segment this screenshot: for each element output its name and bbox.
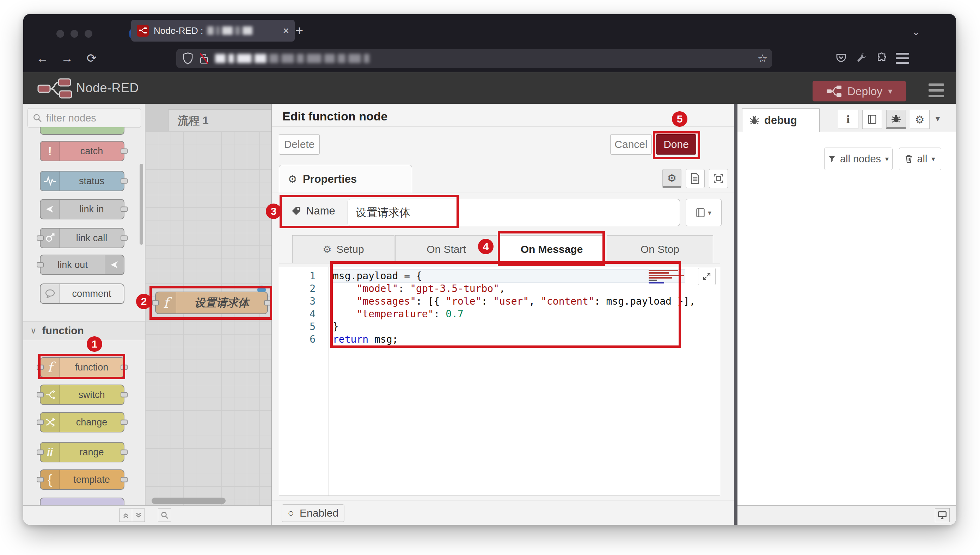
output-port[interactable] bbox=[121, 477, 128, 483]
shield-icon[interactable] bbox=[183, 53, 193, 64]
insecure-lock-icon[interactable] bbox=[199, 53, 209, 64]
new-tab-button[interactable]: + bbox=[295, 23, 303, 38]
line-number: 3 bbox=[287, 295, 315, 308]
palette-node-comment[interactable]: comment bbox=[40, 284, 124, 304]
debug-filter-button[interactable]: all nodes ▾ bbox=[824, 148, 893, 170]
open-debug-window-button[interactable] bbox=[935, 508, 950, 522]
browser-menu-icon[interactable] bbox=[892, 44, 913, 72]
deploy-button[interactable]: Deploy ▾ bbox=[813, 81, 906, 101]
funnel-icon bbox=[828, 155, 836, 163]
palette-node-partial-top[interactable] bbox=[40, 127, 124, 135]
zoom-window-button[interactable] bbox=[85, 30, 92, 38]
output-port[interactable] bbox=[121, 450, 128, 455]
input-port[interactable] bbox=[37, 450, 44, 455]
input-port[interactable] bbox=[37, 262, 44, 268]
palette-node-status[interactable]: status bbox=[40, 171, 124, 191]
deploy-label: Deploy bbox=[848, 85, 883, 98]
debug-footer bbox=[737, 505, 956, 525]
output-port[interactable] bbox=[121, 149, 128, 154]
reload-button[interactable]: ⟳ bbox=[81, 44, 102, 72]
info-sidebar-button[interactable]: i bbox=[838, 110, 858, 129]
canvas-horizontal-scrollbar[interactable] bbox=[151, 497, 225, 504]
minimize-window-button[interactable] bbox=[71, 30, 78, 38]
forward-button[interactable]: → bbox=[56, 44, 77, 72]
tab-setup[interactable]: ⚙ Setup bbox=[292, 235, 394, 263]
output-port[interactable] bbox=[121, 420, 128, 425]
delete-button[interactable]: Delete bbox=[279, 134, 320, 155]
palette-node-link-call[interactable]: link call bbox=[40, 228, 124, 248]
config-sidebar-button[interactable]: ⚙ bbox=[910, 110, 930, 129]
gear-icon: ⚙ bbox=[323, 244, 331, 255]
help-sidebar-button[interactable] bbox=[862, 110, 882, 129]
input-port[interactable] bbox=[37, 392, 44, 398]
input-port[interactable] bbox=[37, 236, 44, 241]
annotation-box-on-message-tab bbox=[498, 231, 605, 266]
browser-titlebar: Node-RED : × + ⌄ bbox=[23, 14, 956, 44]
collapse-all-button[interactable] bbox=[119, 508, 132, 522]
palette-category-function[interactable]: ∨ function bbox=[23, 321, 145, 340]
url-text-redacted bbox=[215, 54, 369, 63]
palette-node-range[interactable]: ii range bbox=[40, 442, 124, 462]
sidebar-tabbar: debug i ⚙ ▾ bbox=[737, 104, 956, 132]
output-port[interactable] bbox=[121, 207, 128, 212]
back-button[interactable]: ← bbox=[32, 44, 53, 72]
palette-node-switch[interactable]: switch bbox=[40, 385, 124, 405]
output-port[interactable] bbox=[121, 236, 128, 241]
edit-properties-button[interactable]: ⚙ bbox=[662, 169, 681, 188]
node-description-button[interactable] bbox=[686, 169, 705, 188]
debug-clear-button[interactable]: all ▾ bbox=[899, 148, 941, 170]
canvas-zoom-search-button[interactable] bbox=[158, 508, 171, 522]
tab-on-stop[interactable]: On Stop bbox=[607, 235, 713, 263]
close-window-button[interactable] bbox=[56, 30, 64, 38]
input-port[interactable] bbox=[37, 477, 44, 483]
output-port[interactable] bbox=[121, 178, 128, 184]
palette-scrollbar[interactable] bbox=[140, 164, 143, 245]
browser-tab[interactable]: Node-RED : × bbox=[131, 20, 295, 42]
palette-node-link-out[interactable]: link out bbox=[40, 255, 124, 275]
bug-icon bbox=[750, 115, 760, 125]
palette-node-link-in[interactable]: link in bbox=[40, 199, 124, 220]
tab-close-icon[interactable]: × bbox=[283, 26, 289, 36]
extensions-puzzle-icon[interactable] bbox=[871, 44, 893, 72]
input-port[interactable] bbox=[37, 420, 44, 425]
line-number: 2 bbox=[287, 282, 315, 295]
debug-sidebar-button[interactable] bbox=[886, 110, 906, 129]
link-in-icon bbox=[40, 200, 60, 219]
output-port[interactable] bbox=[121, 392, 128, 398]
flow-tab[interactable]: 流程 1 bbox=[168, 109, 272, 132]
url-bar[interactable] bbox=[176, 49, 772, 68]
cancel-button[interactable]: Cancel bbox=[610, 134, 652, 155]
tab-title-redacted bbox=[207, 26, 253, 35]
palette-node-template[interactable]: { template bbox=[40, 470, 124, 490]
node-red-menu-icon[interactable] bbox=[929, 83, 944, 97]
deploy-chevron-icon[interactable]: ▾ bbox=[888, 86, 892, 96]
palette-search[interactable]: filter nodes bbox=[27, 108, 141, 128]
enabled-toggle-button[interactable]: ○ Enabled bbox=[282, 504, 344, 522]
tab-properties[interactable]: ⚙ Properties bbox=[279, 165, 412, 193]
pocket-icon[interactable] bbox=[830, 44, 852, 72]
sidebar-menu-chevron-icon[interactable]: ▾ bbox=[936, 114, 940, 124]
palette-node-partial-bottom[interactable] bbox=[40, 497, 124, 505]
expand-all-button[interactable] bbox=[132, 508, 145, 522]
palette-node-change[interactable]: change bbox=[40, 412, 124, 432]
sidebar-resizer[interactable] bbox=[734, 104, 737, 525]
node-appearance-button[interactable] bbox=[709, 169, 728, 188]
book-icon bbox=[696, 208, 705, 218]
enabled-circle-icon: ○ bbox=[288, 507, 294, 519]
label-options-button[interactable]: ▾ bbox=[686, 199, 722, 226]
expand-editor-button[interactable] bbox=[698, 268, 716, 285]
palette-node-catch[interactable]: ! catch bbox=[40, 141, 124, 161]
annotation-box-function-node bbox=[38, 354, 125, 379]
node-palette: filter nodes ! catch status link in bbox=[23, 104, 145, 525]
dialog-title: Edit function node bbox=[282, 109, 388, 123]
list-tabs-chevron-icon[interactable]: ⌄ bbox=[912, 26, 920, 38]
main-area: filter nodes ! catch status link in bbox=[23, 104, 956, 525]
tab-debug[interactable]: debug bbox=[742, 109, 820, 132]
wrench-icon[interactable] bbox=[851, 44, 872, 72]
bookmark-star-icon[interactable]: ☆ bbox=[753, 49, 772, 68]
editor-gutter: 123456 bbox=[279, 267, 328, 496]
annotation-step-4: 4 bbox=[478, 239, 494, 254]
node-red-favicon bbox=[137, 25, 149, 37]
debug-sidebar: debug i ⚙ ▾ all nodes ▾ bbox=[737, 104, 956, 525]
node-red-logo-icon bbox=[37, 78, 72, 99]
